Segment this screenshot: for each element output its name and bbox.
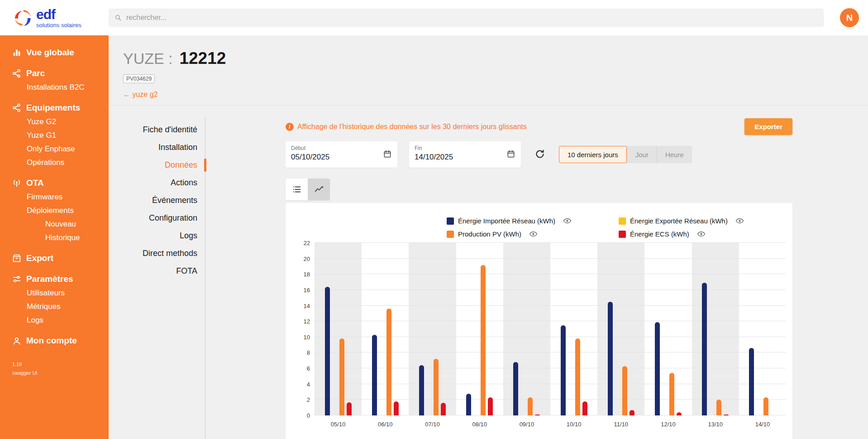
eye-icon[interactable] — [529, 230, 538, 238]
bar — [622, 366, 627, 415]
y-tick-label: 8 — [307, 349, 310, 356]
sidebar-section: ParcInstallations B2C — [0, 66, 109, 94]
data-panel: i Affichage de l'historique des données … — [286, 118, 792, 439]
y-tick-label: 4 — [307, 381, 310, 387]
date-end-field[interactable]: Fin 14/10/2025 — [409, 141, 521, 168]
calendar-icon[interactable] — [506, 150, 515, 160]
sidebar-section: ParamètresUtilisateursMétriquesLogs — [0, 272, 109, 327]
subnav-item-logs[interactable]: Logs — [109, 227, 205, 245]
sidebar-item-parametres[interactable]: Paramètres — [0, 272, 109, 286]
network-icon — [12, 68, 22, 78]
bar — [434, 359, 439, 415]
date-end-label: Fin — [415, 145, 515, 151]
back-link[interactable]: ← yuze g2 — [123, 91, 868, 99]
bar — [582, 401, 587, 415]
chart-x-labels: 05/1006/1007/1008/1009/1010/1011/1012/10… — [315, 415, 786, 428]
legend-label: Énergie Exportée Réseau (kWh) — [630, 217, 728, 225]
swagger-ui-link[interactable]: swagger UI — [12, 370, 109, 376]
sidebar-section: OTAFirmwaresDéploiementsNouveauHistoriqu… — [0, 176, 109, 245]
sidebar-section: Export — [0, 251, 109, 265]
subnav-item-fiche-d-identite[interactable]: Fiche d'identité — [109, 121, 205, 139]
bar — [528, 397, 533, 415]
sidebar-item-export[interactable]: Export — [0, 251, 109, 265]
edf-logo[interactable]: edf solutions solaires — [0, 8, 109, 28]
eye-icon[interactable] — [735, 217, 744, 225]
eye-icon[interactable] — [697, 230, 706, 238]
chart-view-button[interactable] — [308, 178, 330, 200]
main-content: YUZE : 12212 PV034629 ← yuze g2 Fiche d'… — [109, 35, 868, 439]
version-block: 1.18 swagger UI — [0, 362, 109, 376]
version-label: 1.18 — [12, 362, 109, 367]
x-tick-label: 08/10 — [456, 421, 503, 428]
device-badge: PV034629 — [123, 74, 155, 83]
app-root: edf solutions solaires N Vue globaleParc… — [0, 0, 868, 439]
legend-label: Énergie Importée Réseau (kWh) — [458, 217, 555, 225]
bar-chart-icon — [12, 48, 22, 58]
legend-swatch — [619, 217, 626, 225]
x-tick-label: 12/10 — [644, 421, 692, 428]
range-button-heure[interactable]: Heure — [657, 146, 692, 163]
sidebar-item-yuze-g1[interactable]: Yuze G1 — [0, 129, 109, 142]
bar-group — [597, 243, 644, 415]
y-tick-label: 10 — [304, 333, 310, 340]
sidebar-item-vue-globale[interactable]: Vue globale — [0, 45, 109, 60]
subnav-item-evenements[interactable]: Événements — [109, 192, 205, 209]
info-text: Affichage de l'historique des données su… — [297, 123, 527, 131]
subnav-item-configuration[interactable]: Configuration — [109, 209, 205, 227]
page-header: YUZE : 12212 PV034629 ← yuze g2 — [109, 35, 868, 106]
calendar-icon[interactable] — [383, 150, 392, 160]
info-icon: i — [286, 123, 294, 131]
toolbar-row-2: Début 05/10/2025 Fin 14/10/2025 — [286, 141, 792, 168]
bar — [575, 338, 580, 415]
avatar[interactable]: N — [840, 8, 859, 27]
sidebar-item-label: Equipements — [26, 103, 80, 113]
range-button-10-derniers-jours[interactable]: 10 derniers jours — [559, 146, 627, 163]
logo-tagline: solutions solaires — [36, 22, 81, 28]
search-icon — [114, 14, 122, 24]
sidebar-item-nouveau[interactable]: Nouveau — [0, 217, 109, 231]
bar — [702, 283, 707, 415]
sidebar-item-label: Mon compte — [26, 336, 77, 346]
sidebar-item-label: Parc — [26, 68, 45, 78]
bar — [466, 394, 471, 415]
sidebar-section: Mon compte — [0, 333, 109, 348]
sidebar-item-logs[interactable]: Logs — [0, 314, 109, 327]
chart-card: Énergie Importée Réseau (kWh)Énergie Exp… — [286, 203, 792, 439]
subnav-item-actions[interactable]: Actions — [109, 174, 205, 192]
y-tick-label: 16 — [304, 286, 310, 293]
sidebar-item-mon-compte[interactable]: Mon compte — [0, 333, 109, 348]
legend-swatch — [447, 231, 454, 238]
bar-group — [315, 243, 362, 415]
sidebar-item-ota[interactable]: OTA — [0, 176, 109, 190]
sidebar-item-historique[interactable]: Historique — [0, 231, 109, 245]
bar — [419, 365, 424, 415]
user-icon — [12, 336, 22, 346]
bar-group — [550, 243, 597, 415]
x-tick-label: 10/10 — [550, 421, 597, 428]
sidebar-item-only-enphase[interactable]: Only Enphase — [0, 142, 109, 156]
sidebar-item-equipements[interactable]: Equipements — [0, 101, 109, 115]
bar — [724, 415, 729, 415]
subnav-item-direct-methods[interactable]: Direct methods — [109, 245, 205, 262]
table-view-button[interactable] — [286, 178, 308, 200]
export-button[interactable]: Exporter — [744, 118, 792, 135]
search-input[interactable] — [109, 9, 824, 27]
refresh-button[interactable] — [533, 147, 547, 163]
sidebar-item-yuze-g2[interactable]: Yuze G2 — [0, 115, 109, 129]
subnav-item-donnees[interactable]: Données — [109, 156, 205, 174]
sidebar-item-parc[interactable]: Parc — [0, 66, 109, 81]
bar-group — [409, 243, 456, 415]
sidebar-item-metriques[interactable]: Métriques — [0, 300, 109, 314]
range-button-jour[interactable]: Jour — [627, 146, 657, 163]
sidebar-item-operations[interactable]: Opérations — [0, 156, 109, 169]
sidebar-item-firmwares[interactable]: Firmwares — [0, 190, 109, 204]
date-start-field[interactable]: Début 05/10/2025 — [286, 141, 397, 168]
sidebar-item-utilisateurs[interactable]: Utilisateurs — [0, 286, 109, 300]
x-tick-label: 13/10 — [692, 421, 739, 428]
sidebar-item-deploiements[interactable]: Déploiements — [0, 204, 109, 217]
x-tick-label: 14/10 — [739, 421, 786, 428]
subnav-item-installation[interactable]: Installation — [109, 139, 205, 156]
eye-icon[interactable] — [563, 217, 572, 225]
sidebar-item-installations-b2c[interactable]: Installations B2C — [0, 81, 109, 94]
subnav-item-fota[interactable]: FOTA — [109, 262, 205, 280]
